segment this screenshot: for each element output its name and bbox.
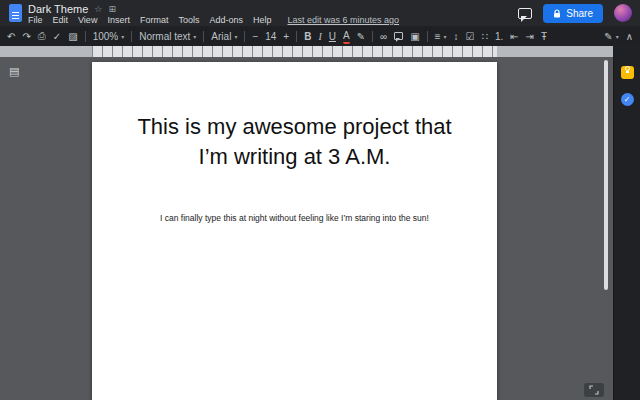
zoom-select[interactable]: 100% ▾: [93, 28, 125, 44]
bold-button[interactable]: B: [304, 28, 311, 44]
toolbar-separator: [203, 31, 204, 42]
document-body-text[interactable]: I can finally type this at night without…: [109, 213, 481, 223]
font-size-value[interactable]: 14: [265, 28, 276, 44]
menu-item-format[interactable]: Format: [140, 15, 169, 25]
italic-button[interactable]: I: [318, 28, 321, 44]
print-icon[interactable]: ⎙: [38, 28, 46, 44]
numbered-list-icon[interactable]: 1.: [495, 28, 503, 44]
lock-icon: [553, 9, 561, 18]
menu-item-addons[interactable]: Add-ons: [209, 15, 243, 25]
insert-image-icon[interactable]: ▣: [410, 28, 419, 44]
editing-mode-icon: ✎: [604, 31, 612, 42]
toolbar-separator: [85, 31, 86, 42]
redo-icon[interactable]: ↷: [22, 28, 30, 44]
ruler[interactable]: [0, 46, 613, 57]
share-button-label: Share: [566, 8, 593, 19]
avatar[interactable]: [614, 4, 632, 22]
tasks-icon[interactable]: ✓: [621, 93, 634, 106]
font-select[interactable]: Arial ▾: [211, 28, 237, 44]
chevron-down-icon: ▾: [616, 33, 619, 40]
chevron-down-icon: ▾: [234, 33, 237, 40]
document-title[interactable]: Dark Theme: [28, 3, 88, 15]
expand-icon: [589, 385, 599, 395]
font-value: Arial: [211, 31, 231, 42]
spellcheck-icon[interactable]: ✓: [53, 28, 61, 44]
editing-mode-button[interactable]: ✎ ▾: [604, 28, 618, 44]
zoom-value: 100%: [93, 31, 119, 42]
toolbar-separator: [372, 31, 373, 42]
menu-item-help[interactable]: Help: [253, 15, 272, 25]
highlight-button[interactable]: ✎: [357, 28, 365, 44]
star-icon[interactable]: ☆: [94, 4, 102, 14]
keep-stem: [626, 71, 629, 73]
comments-icon[interactable]: [518, 8, 532, 19]
editor-canvas: ▤ This is my awesome project that I’m wr…: [0, 57, 613, 400]
side-panel: ✓: [613, 57, 640, 400]
expand-button[interactable]: [584, 383, 604, 397]
indent-decrease-icon[interactable]: ⇤: [510, 28, 518, 44]
font-size-increase[interactable]: +: [283, 28, 289, 44]
toolbar-separator: [427, 31, 428, 42]
chevron-down-icon: ▾: [121, 33, 124, 40]
line-spacing-icon[interactable]: ↕: [454, 28, 459, 44]
menu-item-insert[interactable]: Insert: [107, 15, 130, 25]
menubar: File Edit View Insert Format Tools Add-o…: [28, 15, 399, 25]
align-icon: ≡: [435, 31, 441, 42]
indent-increase-icon[interactable]: ⇥: [526, 28, 534, 44]
checklist-icon[interactable]: ☑: [466, 28, 475, 44]
document-outline-icon[interactable]: ▤: [9, 65, 19, 78]
toolbar-separator: [244, 31, 245, 42]
toolbar: ↶ ↷ ⎙ ✓ ▨ 100% ▾ Normal text ▾ Arial ▾ −…: [0, 26, 640, 46]
document-page[interactable]: This is my awesome project that I’m writ…: [92, 62, 497, 400]
last-edit-link[interactable]: Last edit was 6 minutes ago: [287, 15, 399, 25]
bulleted-list-icon[interactable]: ∷: [482, 28, 488, 44]
toolbar-separator: [131, 31, 132, 42]
chevron-down-icon: ▾: [444, 33, 447, 40]
title-row: Dark Theme ☆ ⊞: [28, 3, 116, 15]
text-color-button[interactable]: A: [343, 28, 350, 44]
chevron-down-icon: ▾: [193, 33, 196, 40]
docs-logo-lines: [12, 12, 19, 19]
clear-formatting-icon[interactable]: Ŧ: [541, 28, 547, 44]
paint-format-icon[interactable]: ▨: [68, 28, 77, 44]
underline-button[interactable]: U: [329, 28, 336, 44]
font-size-decrease[interactable]: −: [252, 28, 258, 44]
docs-logo-icon[interactable]: [9, 4, 22, 22]
insert-link-icon[interactable]: ∞: [380, 28, 387, 44]
move-folder-icon[interactable]: ⊞: [108, 4, 116, 14]
collapse-toolbar-icon[interactable]: ∧: [626, 28, 633, 44]
toolbar-separator: [296, 31, 297, 42]
keep-icon[interactable]: [621, 66, 634, 79]
insert-comment-icon[interactable]: [394, 28, 403, 44]
styles-select[interactable]: Normal text ▾: [139, 28, 196, 44]
share-button[interactable]: Share: [543, 4, 603, 23]
menu-item-view[interactable]: View: [78, 15, 97, 25]
styles-value: Normal text: [139, 31, 190, 42]
menu-item-tools[interactable]: Tools: [178, 15, 199, 25]
align-button[interactable]: ≡ ▾: [435, 28, 447, 44]
topbar-right: Share: [518, 3, 632, 23]
ruler-page-section[interactable]: [92, 46, 497, 57]
vertical-scrollbar[interactable]: [604, 60, 608, 290]
undo-icon[interactable]: ↶: [7, 28, 15, 44]
document-heading[interactable]: This is my awesome project that I’m writ…: [130, 112, 460, 171]
comment-bubble-icon: [394, 32, 403, 40]
menu-item-edit[interactable]: Edit: [53, 15, 69, 25]
menu-item-file[interactable]: File: [28, 15, 43, 25]
topbar: Dark Theme ☆ ⊞ File Edit View Insert For…: [0, 0, 640, 26]
